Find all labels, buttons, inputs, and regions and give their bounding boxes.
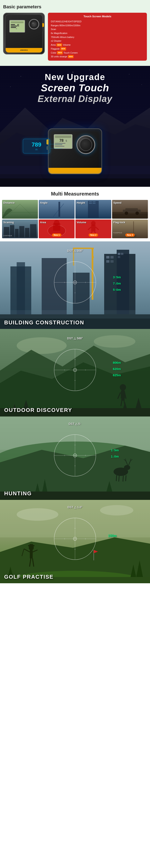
measure-item-distance: Distance — [2, 200, 38, 219]
svg-rect-1 — [11, 22, 24, 23]
brand-text: ARWORKS — [20, 50, 28, 51]
svg-text:5: 5 — [66, 140, 67, 143]
svg-point-19 — [89, 70, 90, 70]
svg-rect-59 — [25, 228, 29, 237]
svg-rect-91 — [73, 248, 94, 249]
svg-line-144 — [126, 475, 126, 481]
scope-dst-golf: DST △ 1.0° — [67, 505, 83, 509]
spec-dst: DST/ANGLE/HEIGHT/SPEED — [51, 20, 144, 24]
svg-text:E: E — [17, 24, 19, 27]
device-3d-lens-inner — [80, 138, 92, 151]
spec-scan: Scan — [51, 27, 144, 31]
scope-golf: DST △ 1.0° 150m — [52, 516, 98, 563]
svg-point-164 — [100, 505, 133, 516]
svg-rect-45 — [89, 203, 92, 204]
hologram-display: 789 m — [23, 139, 50, 153]
scope-svg-hunting — [52, 433, 98, 478]
scope-readings-outdoor: 806m 620m 625m — [113, 360, 121, 378]
svg-rect-86 — [111, 260, 114, 262]
device-3d-body: 78 5 — [48, 128, 102, 174]
badge-new-flagpole: NEW — [60, 47, 66, 51]
svg-point-10 — [32, 23, 34, 24]
svg-rect-172 — [30, 550, 33, 558]
measurements-grid-row1: Distance Angle — [2, 200, 148, 219]
svg-rect-58 — [19, 226, 24, 237]
scope-svg-golf — [52, 516, 98, 562]
scope-construction: DST △ 308° 3↑5m 7↓0m 5↑0m — [52, 259, 98, 306]
upgrade-screen-touch-text: Screen Touch — [0, 82, 150, 94]
svg-rect-179 — [30, 544, 33, 546]
spec-storage: 30 units stoarge NEW — [51, 55, 144, 59]
specs-panel: Touch Screen Models DST/ANGLE/HEIGHT/SPE… — [48, 13, 147, 61]
basic-parameters-section: Basic parameters E 0 — [0, 0, 150, 66]
svg-rect-30 — [55, 143, 65, 144]
hologram-unit: m — [35, 148, 37, 151]
usecase-label-hunting: HUNTING — [4, 490, 32, 497]
spec-color: Color NEW Touch Cvreen — [51, 51, 144, 55]
measure-item-area: Area New 1 — [39, 219, 74, 238]
basic-content: E 0 ARWORKS — [3, 13, 147, 61]
svg-text:0: 0 — [16, 28, 17, 30]
basic-parameters-title: Basic parameters — [3, 4, 147, 9]
measure-item-angle: Angle — [39, 200, 74, 219]
device-brand-stripe: ARWORKS — [6, 48, 42, 53]
holo-line-1 — [50, 144, 62, 144]
svg-rect-31 — [55, 145, 62, 145]
scope-svg-construction — [52, 259, 98, 305]
spec-flagpole: Flagpole NEW — [51, 47, 144, 51]
measure-item-volume: Volume New 2 — [76, 219, 111, 238]
measure-item-speed: Speed — [112, 200, 148, 219]
badge-flaglock: New 3 — [125, 234, 135, 237]
svg-point-160 — [74, 455, 76, 456]
svg-rect-43 — [89, 202, 92, 202]
scope-dst-hunting: DST △ 5↑ — [68, 422, 82, 426]
svg-rect-60 — [30, 224, 36, 237]
device-screen: E 0 — [9, 20, 25, 33]
spec-area: Area NEW Volume — [51, 43, 144, 47]
reading-1-hunting: 1↑5m — [111, 447, 119, 454]
scope-dst-construction: DST △ 308° — [67, 249, 83, 252]
measure-item-flaglock: Flag-lock FLAGPOLE New 3 — [112, 219, 148, 238]
multi-measurements-title: Multi Measurements — [2, 191, 148, 197]
measure-item-height: Height — [76, 200, 111, 219]
svg-rect-2 — [11, 24, 15, 25]
spec-diopter: ±2 Diopter — [51, 39, 144, 43]
reading-3-construction: 5↑0m — [113, 287, 121, 293]
screen-svg: E 0 — [10, 21, 25, 32]
usecase-construction-section: DST △ 308° 3↑5m 7↓0m 5↑0m BUILDING CONST… — [0, 241, 150, 329]
specs-list: DST/ANGLE/HEIGHT/SPEED Ranges 800m/1000m… — [51, 20, 144, 59]
spec-ranges: Ranges 800m/1000m/1500m — [51, 24, 144, 28]
reading-3-outdoor: 625m — [113, 372, 121, 378]
scope-readings-golf: 150m — [108, 533, 117, 539]
badge-volume: New 2 — [89, 234, 98, 237]
svg-point-52 — [125, 212, 128, 215]
svg-line-141 — [116, 475, 117, 481]
svg-rect-51 — [125, 208, 138, 211]
device-3d-screen: 78 5 — [54, 134, 72, 149]
svg-point-107 — [94, 335, 136, 348]
svg-line-142 — [119, 476, 119, 482]
svg-rect-4 — [11, 27, 16, 28]
badge-new-storage: NEW — [68, 55, 73, 58]
svg-point-191 — [74, 538, 76, 539]
measure-label-distance: Distance — [3, 201, 14, 204]
specs-panel-title: Touch Screen Models — [51, 15, 144, 18]
device-3d: 78 5 789 m — [48, 128, 102, 179]
device-3d-yellow-stripe — [49, 168, 101, 174]
reading-2-hunting: 1↓0m — [111, 454, 119, 460]
flaglock-sub: FLAGPOLE — [113, 232, 122, 234]
device-3d-lens — [77, 135, 95, 154]
reading-2-construction: 7↓0m — [113, 280, 121, 287]
badge-area: New 1 — [52, 234, 61, 237]
svg-rect-83 — [106, 256, 109, 258]
svg-rect-87 — [118, 253, 120, 255]
usecase-label-golf: GOLF PRACTISE — [4, 574, 54, 580]
badge-new-color: NEW — [57, 51, 63, 54]
reading-1-construction: 3↑5m — [113, 274, 121, 280]
measure-label-volume: Volume — [77, 221, 86, 224]
scope-readings-hunting: 1↑5m 1↓0m — [111, 447, 119, 460]
spec-battery: 750mAh lithium battery — [51, 35, 144, 39]
svg-rect-95 — [0, 310, 150, 318]
reading-1-outdoor: 806m — [113, 360, 121, 366]
svg-point-115 — [120, 384, 126, 391]
